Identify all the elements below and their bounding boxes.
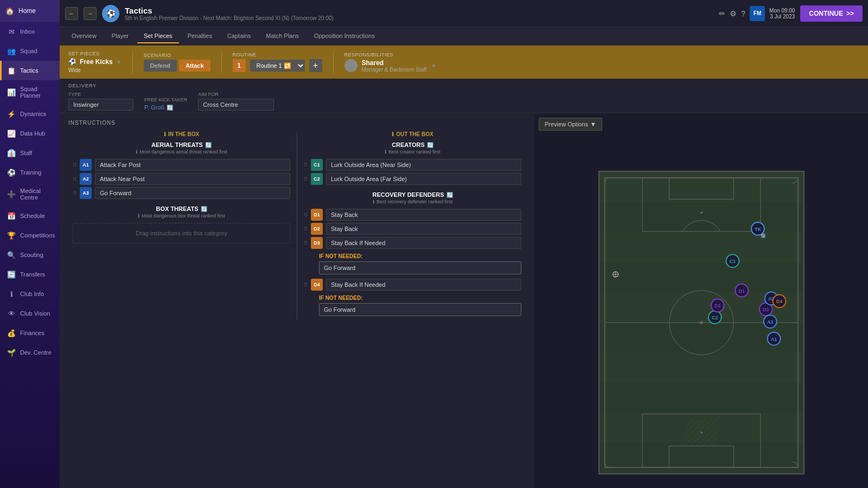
routine-section: ROUTINE 1 Routine 1 🔁 + (233, 52, 322, 72)
aerial-row-a3: ⠿ A3 Go Forward (73, 187, 290, 199)
tab-opposition[interactable]: Opposition Instructions (308, 29, 381, 43)
sidebar-item-finances[interactable]: 💰 Finances (0, 323, 60, 343)
tab-penalties[interactable]: Penalties (181, 29, 219, 43)
recovery-select-d1[interactable]: Stay Back (326, 209, 521, 221)
sidebar-item-squad-planner[interactable]: 📊 Squad Planner (0, 80, 60, 104)
responsibilities-avatar (344, 59, 358, 72)
delivery-taker-label: FREE KICK TAKER (144, 97, 187, 102)
tab-overview[interactable]: Overview (65, 29, 103, 43)
drag-handle-a3[interactable]: ⠿ (73, 190, 76, 196)
continue-button[interactable]: CONTINUE >> (800, 5, 863, 22)
if-not-select-d3[interactable]: Go Forward (319, 261, 521, 274)
in-box-info-icon: ℹ (164, 131, 166, 137)
routine-controls: 1 Routine 1 🔁 + (233, 59, 322, 72)
sidebar-item-data-hub[interactable]: 📈 Data Hub (0, 124, 60, 143)
sidebar-item-competitions[interactable]: 🏆 Competitions (0, 226, 60, 245)
aerial-select-a3[interactable]: Go Forward (95, 187, 290, 199)
responsibilities-label: RESPONSIBILITIES (344, 52, 859, 57)
delivery-type-select[interactable]: Inswinger (68, 99, 133, 111)
nav-forward-button[interactable]: → (84, 7, 97, 20)
aerial-refresh-icon[interactable]: 🔄 (205, 142, 212, 148)
help-icon[interactable]: ⚙ (730, 9, 737, 18)
sidebar-transfers-label: Transfers (20, 271, 45, 278)
tab-player[interactable]: Player (105, 29, 135, 43)
refresh-icon[interactable]: 🔄 (167, 105, 173, 111)
if-not-select-d4[interactable]: Go Forward (319, 303, 521, 316)
drag-handle-c1[interactable]: ⠿ (304, 162, 308, 168)
dev-centre-icon: 🌱 (7, 348, 16, 357)
badge-d3: D3 (311, 237, 323, 249)
creator-select-c2[interactable]: Lurk Outside Area (Far Side) (326, 173, 521, 185)
sidebar-item-staff[interactable]: 👔 Staff (0, 143, 60, 163)
box-threats-subtitle: ℹ Most dangerous box threat ranked first (73, 213, 290, 219)
sidebar-item-medical[interactable]: ➕ Medical Centre (0, 182, 60, 206)
scenario-attack-button[interactable]: Attack (179, 60, 210, 72)
creator-select-c1[interactable]: Lurk Outside Area (Near Side) (326, 159, 521, 171)
scenario-section: SCENARIO Defend Attack (144, 53, 210, 72)
squad-icon: 👥 (7, 47, 16, 55)
box-threats-refresh-icon[interactable]: 🔄 (201, 206, 207, 212)
sidebar-dynamics-label: Dynamics (20, 111, 46, 117)
drag-handle-d1[interactable]: ⠿ (304, 212, 308, 218)
drag-handle-d2[interactable]: ⠿ (304, 226, 308, 232)
aerial-select-a2[interactable]: Attack Near Post (95, 173, 290, 185)
column-divider (297, 131, 297, 320)
recovery-row-d2: ⠿ D2 Stay Back (304, 223, 521, 235)
badge-d1: D1 (311, 209, 323, 221)
sidebar-item-dynamics[interactable]: ⚡ Dynamics (0, 104, 60, 124)
aerial-select-a1[interactable]: Attack Far Post (95, 159, 290, 171)
scouting-icon: 🔍 (7, 251, 16, 259)
in-box-column: ℹ IN THE BOX AERIAL THREATS 🔄 ℹ Most dan… (68, 131, 295, 320)
delivery-row: TYPE Inswinger FREE KICK TAKER P. Groß 🔄… (68, 92, 859, 111)
badge-d4: D4 (311, 279, 323, 291)
sidebar-item-training[interactable]: ⚽ Training (0, 163, 60, 182)
responsibilities-row: Shared Manager & Backroom Staff ▼ (344, 59, 859, 73)
tab-captains[interactable]: Captains (221, 29, 257, 43)
sidebar-item-scouting[interactable]: 🔍 Scouting (0, 245, 60, 265)
sidebar-dev-centre-label: Dev. Centre (20, 349, 52, 356)
sidebar-scouting-label: Scouting (20, 252, 43, 258)
recovery-refresh-icon[interactable]: 🔄 (446, 192, 453, 198)
sidebar-item-club-vision[interactable]: 👁 Club Vision (0, 304, 60, 323)
responsibilities-chevron[interactable]: ▼ (431, 63, 436, 69)
recovery-select-d2[interactable]: Stay Back (326, 223, 521, 235)
sidebar-training-label: Training (20, 169, 41, 176)
creators-refresh-icon[interactable]: 🔄 (427, 142, 433, 148)
info-icon[interactable]: ? (741, 9, 745, 18)
free-kicks-chevron[interactable]: ▼ (116, 59, 122, 65)
drag-handle-c2[interactable]: ⠿ (304, 176, 308, 182)
preview-options-button[interactable]: Preview Options ▼ (539, 118, 602, 131)
set-pieces-value: ⚽ Free Kicks ▼ (68, 58, 122, 66)
tab-set-pieces[interactable]: Set Pieces (137, 29, 179, 43)
sidebar-item-inbox[interactable]: ✉ Inbox (0, 22, 60, 41)
edit-icon[interactable]: ✏ (719, 9, 725, 18)
drag-handle-d4[interactable]: ⠿ (304, 282, 308, 288)
delivery-aim-select[interactable]: Cross Centre (198, 99, 274, 111)
sidebar-item-club-info[interactable]: ℹ Club Info (0, 284, 60, 304)
sidebar-item-schedule[interactable]: 📅 Schedule (0, 206, 60, 226)
sidebar-item-squad[interactable]: 👥 Squad (0, 41, 60, 61)
sidebar-club-info-label: Club Info (20, 291, 44, 297)
drag-handle-d3[interactable]: ⠿ (304, 240, 308, 246)
recovery-select-d3[interactable]: Stay Back If Needed (326, 237, 521, 249)
drag-handle-a2[interactable]: ⠿ (73, 176, 76, 182)
nav-back-button[interactable]: ← (65, 7, 78, 20)
continue-arrow-icon: >> (846, 10, 854, 17)
add-routine-button[interactable]: + (309, 59, 322, 72)
aerial-row-a2: ⠿ A2 Attack Near Post (73, 173, 290, 185)
scenario-defend-button[interactable]: Defend (144, 60, 177, 72)
delivery-title: DELIVERY (68, 83, 859, 88)
recovery-select-d4[interactable]: Stay Back If Needed (326, 279, 521, 291)
sidebar-item-home[interactable]: 🏠 Home (0, 0, 60, 22)
sidebar-item-transfers[interactable]: 🔄 Transfers (0, 265, 60, 284)
tab-match-plans[interactable]: Match Plans (259, 29, 305, 43)
sidebar-item-tactics[interactable]: 📋 Tactics (0, 61, 60, 80)
content-area: INSTRUCTIONS ℹ IN THE BOX AERIAL THREATS… (60, 113, 868, 488)
instructions-panel: INSTRUCTIONS ℹ IN THE BOX AERIAL THREATS… (60, 113, 534, 488)
recovery-title: RECOVERY DEFENDERS 🔄 (304, 191, 521, 198)
delivery-type-field: TYPE Inswinger (68, 92, 133, 111)
routine-select[interactable]: Routine 1 🔁 (250, 60, 305, 72)
sidebar-item-dev-centre[interactable]: 🌱 Dev. Centre (0, 343, 60, 362)
delivery-aim-label: AIM FOR (198, 92, 274, 97)
drag-handle-a1[interactable]: ⠿ (73, 162, 76, 168)
